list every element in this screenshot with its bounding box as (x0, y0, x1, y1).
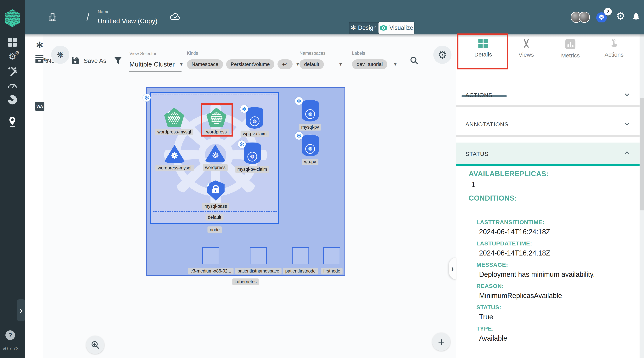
kubernetes-context-count-badge[interactable]: 2 (604, 8, 612, 16)
host-square-icon (323, 247, 340, 264)
view-selector-value[interactable]: Multiple Cluster (130, 61, 174, 68)
labels-caret-icon[interactable]: ▼ (393, 62, 398, 67)
panel-collapse-handle[interactable]: › (449, 258, 456, 279)
host-square-icon (292, 247, 309, 264)
details-panel: Details Views Metrics Actions ACTIONS AN… (456, 35, 644, 358)
sidebar-item-lifecycle[interactable]: ⚙ ⚙ (0, 52, 25, 61)
section-actions[interactable]: ACTIONS (466, 92, 492, 98)
chevron-down-icon[interactable] (625, 92, 629, 96)
panel-scrollbar-thumb[interactable] (640, 98, 644, 211)
left-sidebar: ⚙ ⚙ › ? v0.7.73 (0, 0, 25, 358)
meshery-spiral-icon[interactable]: ✻ (36, 40, 44, 50)
node-label-chip: node (208, 227, 222, 233)
sidebar-item-performance[interactable] (0, 82, 25, 88)
chevron-up-icon[interactable] (625, 151, 629, 156)
chevron-down-icon[interactable] (625, 121, 629, 125)
kind-chip-namespace[interactable]: Namespace (187, 59, 223, 69)
diagram-node-host-firstnode[interactable]: firstnode (321, 247, 342, 274)
sidebar-item-environments[interactable] (0, 116, 25, 128)
cloud-saved-icon (170, 12, 181, 21)
status-value: 2024-06-14T16:24:18Z (479, 228, 635, 236)
kind-chip-persistentvolume[interactable]: PersistentVolume (226, 59, 274, 69)
tab-design[interactable]: ✻ Design (349, 22, 378, 34)
status-accent-bar (456, 164, 640, 166)
tab-metrics[interactable]: Metrics (561, 39, 580, 59)
view-selector-control[interactable]: View Selector Multiple Cluster ▼ (130, 51, 184, 72)
labels-filter-control[interactable]: Labels dev=tutorial ▼ (352, 51, 400, 72)
node-label: wordpress-mysql (156, 164, 194, 171)
collaborator-avatar-2[interactable] (579, 12, 590, 23)
canvas-settings-button[interactable]: ⚙ (433, 46, 452, 64)
organization-icon[interactable] (45, 9, 60, 25)
persistentvolume-icon: ✻ (302, 137, 318, 156)
diagram-node-host-c3-medium[interactable]: c3-medium-x86-02... (188, 247, 234, 274)
sidebar-expand-tab[interactable]: › (17, 299, 25, 321)
section-annotations[interactable]: ANNOTATIONS (466, 121, 508, 128)
search-icon[interactable] (410, 56, 419, 66)
tab-views[interactable]: Views (518, 38, 534, 58)
sidebar-item-extensions[interactable] (0, 95, 25, 104)
section-status[interactable]: STATUS (456, 142, 640, 164)
filter-funnel-icon[interactable] (113, 56, 122, 66)
breadcrumb-separator: / (86, 11, 89, 23)
namespaces-filter-control[interactable]: Namespaces default ▼ (300, 51, 345, 72)
save-as-label: Save As (84, 57, 106, 64)
status-key: LASTUPDATETIME: (476, 240, 635, 247)
eye-icon (380, 25, 387, 31)
notifications-bell-icon[interactable] (632, 12, 641, 23)
tab-visualize[interactable]: Visualize (378, 22, 414, 34)
diagram-node-host-patientlistnamespace[interactable]: patientlistnamespace (235, 247, 282, 274)
tab-actions[interactable]: Actions (604, 38, 624, 58)
diagram-node-pvc-wp-pv-claim[interactable]: ✻ wp-pv-claim (240, 107, 269, 137)
edit-pencil-icon[interactable]: ✎ (42, 56, 50, 66)
meshery-logo[interactable] (4, 9, 21, 27)
help-icon[interactable]: ? (6, 330, 15, 340)
settings-gear-icon[interactable]: ⚙ (616, 11, 625, 21)
view-selector-label: View Selector (130, 51, 184, 56)
service-icon: ✻ (164, 108, 184, 127)
node-label: wp-pv (302, 158, 318, 165)
pod-icon: ✻ (164, 145, 184, 163)
node-label: mysql-pv-claim (235, 166, 269, 173)
kinds-caret-icon[interactable]: ▼ (296, 62, 300, 67)
status-value: MinimumReplicasAvailable (479, 292, 635, 300)
view-selector-caret-icon[interactable]: ▼ (179, 62, 184, 67)
diagram-node-service-wordpress-mysql[interactable]: ✻ wordpress-mysql (155, 108, 193, 135)
label-chip-dev-tutorial[interactable]: dev=tutorial (352, 59, 387, 69)
status-value: 2024-06-14T16:24:18Z (479, 249, 635, 257)
cluster-label-chip: kubernetes (232, 278, 259, 285)
node-label: firstnode (321, 268, 342, 274)
sidebar-item-dashboard[interactable] (0, 38, 25, 47)
sidebar-item-configuration[interactable] (0, 67, 25, 76)
node-label: mysql-pv (299, 124, 321, 130)
status-value: Available (479, 334, 635, 342)
view-name-value[interactable]: Untitled View (Copy) (98, 17, 163, 25)
save-floppy-icon (71, 56, 80, 65)
diagram-node-pod-wordpress-mysql[interactable]: ✻ wordpress-mysql (156, 145, 194, 171)
meshery-badge-icon: ✻ (202, 144, 210, 152)
cluster-mesh-button[interactable]: ❋ (51, 46, 69, 64)
wasm-filter-icon[interactable]: WA (35, 102, 44, 111)
diagram-node-pod-wordpress[interactable]: ✻ wordpress (203, 144, 228, 171)
view-name-field[interactable]: Name Untitled View (Copy) (98, 9, 163, 27)
save-as-button[interactable] (71, 56, 80, 66)
kinds-filter-control[interactable]: Kinds Namespace PersistentVolume +4 ▼ (187, 51, 300, 72)
diagram-node-secret-mysql-pass[interactable]: ✻ mysql-pass (202, 181, 229, 210)
kind-chip-more[interactable]: +4 (278, 59, 292, 69)
app-header: / Name Untitled View (Copy) ✻ Design Vis… (25, 0, 644, 35)
namespace-chip-default[interactable]: default (300, 59, 324, 69)
zoom-in-button[interactable] (86, 336, 104, 354)
meshery-badge-icon: ✻ (238, 140, 246, 148)
node-label: c3-medium-x86-02... (188, 268, 234, 274)
panel-divider (456, 78, 640, 78)
sidebar-divider (2, 109, 23, 109)
status-key: TYPE: (476, 325, 635, 332)
namespaces-caret-icon[interactable]: ▼ (338, 62, 343, 67)
diagram-node-host-patientfirstnode[interactable]: patientfirstnode (283, 247, 318, 274)
status-value: Deployment has minimum availability. (479, 270, 635, 278)
diagram-node-pv-wp-pv[interactable]: ✻ wp-pv (302, 134, 318, 165)
add-node-button[interactable]: + (432, 333, 450, 351)
status-key: MESSAGE: (476, 261, 635, 268)
diagram-node-pv-mysql-pv[interactable]: ✻ mysql-pv (299, 99, 321, 130)
diagram-node-pvc-mysql-pv-claim[interactable]: ✻ mysql-pv-claim (235, 142, 269, 173)
